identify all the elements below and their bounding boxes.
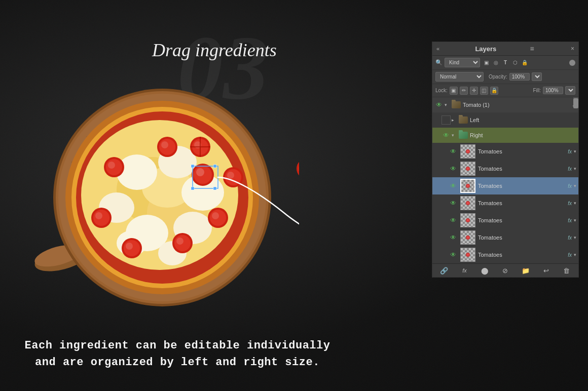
visibility-icon-t6[interactable]: 👁 [449, 233, 458, 242]
expand-arrow-tomato[interactable]: ▾ [445, 102, 450, 107]
opacity-dropdown[interactable]: ▼ [532, 72, 542, 81]
svg-point-49 [196, 168, 204, 176]
svg-point-43 [108, 162, 115, 169]
type-icon[interactable]: T [501, 59, 509, 67]
svg-rect-52 [213, 165, 216, 168]
pixel-layer-icon[interactable]: ▣ [482, 59, 490, 67]
smart-object-icon[interactable]: 🔒 [521, 59, 529, 67]
layer-group-right[interactable]: 👁 ▾ Right [432, 128, 578, 143]
lock-all-icon[interactable]: 🔒 [490, 87, 498, 95]
layer-tomatoes-7[interactable]: 👁 Tomatoes fx ▾ [432, 246, 578, 263]
layer-thumb-t5 [460, 213, 475, 227]
visibility-icon-t3[interactable]: 👁 [449, 181, 458, 190]
visibility-icon-t4[interactable]: 👁 [449, 199, 458, 208]
fill-input[interactable] [543, 87, 563, 94]
lock-icons-group: ▣ ✏ ✛ ◫ 🔒 [450, 87, 498, 95]
layer-arrow-t1: ▾ [574, 149, 576, 154]
new-group-icon[interactable]: 📁 [521, 266, 530, 275]
svg-rect-54 [213, 187, 216, 190]
expand-arrow-right[interactable]: ▾ [452, 133, 457, 138]
layer-name-t4: Tomatoes [478, 200, 567, 206]
lock-transparent-icon[interactable]: ▣ [450, 87, 458, 95]
visibility-icon-t5[interactable]: 👁 [449, 216, 458, 225]
lock-artboard-icon[interactable]: ◫ [480, 87, 488, 95]
svg-rect-53 [191, 187, 194, 190]
layer-name-right: Right [470, 132, 576, 138]
layer-thumb-t6 [460, 230, 475, 245]
layer-thumb-t3 [460, 179, 475, 193]
visibility-icon-t1[interactable]: 👁 [449, 147, 458, 156]
svg-point-40 [95, 212, 102, 219]
expand-arrow-left[interactable]: ▸ [452, 118, 457, 123]
layer-arrow-t3: ▾ [574, 183, 576, 188]
layer-tomatoes-1[interactable]: 👁 Tomatoes fx ▾ [432, 143, 578, 160]
layer-name-left: Left [470, 117, 576, 123]
folder-icon-tomato [452, 101, 461, 108]
layer-arrow-t4: ▾ [574, 201, 576, 206]
lock-pixels-icon[interactable]: ✏ [460, 87, 468, 95]
panel-title: Layers [475, 45, 496, 53]
layer-thumb-t1 [460, 144, 475, 159]
fx-badge-t4: fx [568, 201, 572, 206]
layer-arrow-t2: ▾ [574, 166, 576, 171]
adjustment-icon[interactable]: ⊘ [501, 266, 510, 275]
panel-close-icon[interactable]: × [571, 45, 574, 52]
layer-name-t5: Tomatoes [478, 217, 567, 223]
fx-icon[interactable]: fx [460, 266, 469, 275]
fx-badge-t3: fx [568, 183, 572, 189]
fx-badge-t7: fx [568, 252, 572, 258]
shape-icon[interactable]: ⬡ [511, 59, 519, 67]
visibility-icon-tomato[interactable]: 👁 [434, 100, 444, 109]
blend-mode-dropdown[interactable]: Normal [435, 72, 484, 82]
layer-name-t2: Tomatoes [478, 166, 567, 172]
filter-circle[interactable] [569, 60, 575, 66]
pizza-area [15, 61, 360, 324]
lock-label: Lock: [435, 88, 448, 93]
layer-group-left[interactable]: ▸ Left [432, 112, 578, 128]
adjustment-icon[interactable]: ◎ [492, 59, 500, 67]
delete-icon[interactable]: 🗑 [562, 266, 571, 275]
bottom-text-line2: and are organized by left and right size… [15, 354, 340, 371]
layer-group-tomato[interactable]: 👁 ▾ Tomato (1) ▲ [432, 97, 578, 112]
link-icon[interactable]: 🔗 [439, 266, 449, 275]
layer-tomatoes-3[interactable]: 👁 Tomatoes fx ▾ [432, 177, 578, 194]
layer-arrow-t7: ▾ [574, 252, 576, 257]
visibility-icon-left[interactable] [442, 115, 451, 125]
opacity-input[interactable] [509, 73, 530, 81]
panel-toolbar: 🔗 fx ⬤ ⊘ 📁 ↩ 🗑 [432, 263, 578, 277]
bottom-text-line1: Each ingredient can be editable individu… [15, 337, 340, 354]
visibility-icon-t7[interactable]: 👁 [449, 250, 458, 259]
layer-arrow-t5: ▾ [574, 218, 576, 223]
panel-header: « Layers ≡ × [432, 42, 578, 56]
svg-point-34 [176, 238, 183, 245]
pizza-illustration [15, 61, 299, 319]
layer-tomatoes-5[interactable]: 👁 Tomatoes fx ▾ [432, 212, 578, 229]
bottom-text-area: Each ingredient can be editable individu… [15, 337, 340, 371]
panel-collapse-icon[interactable]: « [436, 46, 439, 52]
visibility-icon-t2[interactable]: 👁 [449, 164, 458, 173]
layer-tomatoes-2[interactable]: 👁 Tomatoes fx ▾ [432, 160, 578, 177]
new-layer-icon[interactable]: ↩ [542, 266, 551, 275]
svg-point-31 [212, 212, 219, 219]
fill-dropdown[interactable]: ▼ [565, 86, 575, 95]
search-icon: 🔍 [435, 59, 443, 66]
layer-name-tomato: Tomato (1) [463, 102, 570, 108]
layer-tomatoes-4[interactable]: 👁 Tomatoes fx ▾ [432, 194, 578, 212]
folder-icon-right [459, 132, 468, 139]
opacity-label: Opacity: [489, 74, 507, 80]
panel-menu-icon[interactable]: ≡ [530, 45, 534, 53]
visibility-icon-right[interactable]: 👁 [442, 131, 451, 140]
layer-tomatoes-6[interactable]: 👁 Tomatoes fx ▾ [432, 229, 578, 246]
layer-name-t7: Tomatoes [478, 252, 567, 258]
layer-name-t1: Tomatoes [478, 148, 567, 154]
layer-thumb-t7 [460, 248, 475, 262]
lock-position-icon[interactable]: ✛ [470, 87, 478, 95]
kind-dropdown[interactable]: Kind [445, 58, 480, 67]
layer-thumb-t2 [460, 162, 475, 176]
mask-icon[interactable]: ⬤ [481, 266, 490, 275]
svg-point-28 [227, 172, 234, 179]
svg-point-46 [161, 141, 168, 148]
fill-label: Fill: [533, 88, 541, 93]
layer-thumb-t4 [460, 196, 475, 210]
lock-fill-row: Lock: ▣ ✏ ✛ ◫ 🔒 Fill: ▼ [432, 84, 578, 97]
